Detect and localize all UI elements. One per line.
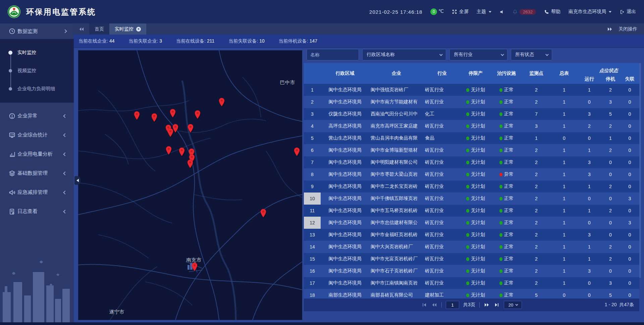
logout-button[interactable]: 退出 [620,9,636,15]
prev-page-button[interactable] [431,302,437,308]
pagination-bar: 共3页 20 1 - 20 共47条 [304,299,639,311]
map-pin-icon[interactable] [172,124,179,133]
table-row[interactable]: 10阆中生态环境局阆中千佛镇五郎垭页岩砖瓦行业无计划正常21003 [304,193,639,205]
close-operations-dropdown[interactable]: 关闭操作 [619,26,637,32]
map-pin-icon[interactable] [165,146,172,155]
cell-company[interactable]: 阆中大兴页岩机砖厂 [369,241,424,253]
sidebar-subitem[interactable]: 企业电力负荷明细 [0,80,74,98]
status-filter-select[interactable]: 所有状态 [511,49,552,60]
column-header[interactable]: 监测点 [522,63,550,84]
tab-realtime-monitor[interactable]: 实时监控 × [109,23,146,35]
table-row[interactable]: 14阆中生态环境局阆中大兴页岩机砖厂砖瓦行业无计划正常21120 [304,241,639,253]
table-row[interactable]: 7阆中生态环境局阆中明阳建材有限公司砖瓦行业无计划正常21300 [304,156,639,168]
region-filter-select[interactable]: 行政区域名称 [362,49,446,60]
sidebar-item[interactable]: 日志查看 [0,202,74,221]
table-row[interactable]: 5营山生态环境局营山县润丰肉食品有限食品无计划正常10010 [304,132,639,144]
cell-company[interactable]: 阆中市忠信建材有限公 [369,217,424,229]
fullscreen-button[interactable]: 全屏 [452,9,469,15]
column-header[interactable]: 企业 [369,63,424,84]
cell-company[interactable]: 阆中市金博瑞新型墙材 [369,144,424,156]
map-pin-icon[interactable] [187,159,194,168]
map-pin-icon[interactable] [293,147,300,156]
column-header[interactable]: 总表 [550,63,578,84]
column-subheader[interactable]: 运行 [578,74,601,84]
cell-company[interactable]: 西南油气田分公司川中 [369,108,424,120]
sidebar-item[interactable]: 企业用电量分析 [0,145,74,164]
map-pin-icon[interactable] [218,98,225,107]
sound-button[interactable] [499,9,504,14]
table-row[interactable]: 4高坪生态环境局南充市高坪区王家店建砖瓦行业无计划正常31220 [304,120,639,132]
cell-company[interactable]: 阆中市五马桥页岩机砖 [369,205,424,217]
name-filter-input[interactable] [307,49,359,60]
sidebar-subitem[interactable]: 实时监控 [0,44,74,62]
sidebar-item[interactable]: 企业综合统计 [0,125,74,145]
cell-district: 阆中生态环境局 [321,241,369,253]
sidebar-item[interactable]: 数据监测 [0,23,74,39]
column-subheader[interactable]: 停机 [601,74,620,84]
bottom-border [0,322,644,325]
table-row[interactable]: 13阆中生态环境局阆中市金福旺页岩机砖砖瓦行业无计划正常21300 [304,229,639,241]
cell-company[interactable]: 阆中市江南镇阆南页岩 [369,277,424,289]
table-row[interactable]: 1阆中生态环境局阆中强锐页岩砖厂砖瓦行业无计划正常21120 [304,84,639,96]
cell-company[interactable]: 阆中市金福旺页岩机砖 [369,229,424,241]
map-pin-icon[interactable] [260,209,267,218]
table-row[interactable]: 6阆中生态环境局阆中市金博瑞新型墙材砖瓦行业无计划正常21120 [304,144,639,156]
industry-filter-select[interactable]: 所有行业 [449,49,507,60]
cell-company[interactable]: 阆中市石子页岩机砖厂 [369,265,424,277]
column-header[interactable]: 停限产 [461,63,491,84]
cell-company[interactable]: 阆中市南方节能建材有 [369,96,424,108]
sidebar-item[interactable]: 企业异常 [0,106,74,125]
first-page-button[interactable] [421,302,427,308]
cell-company[interactable]: 阆中市二龙长宝页岩砖 [369,180,424,193]
map-pin-icon[interactable] [178,147,185,156]
table-row[interactable]: 12阆中生态环境局阆中市忠信建材有限公砖瓦行业无计划正常21003 [304,217,639,229]
table-row[interactable]: 2阆中生态环境局阆中市南方节能建材有砖瓦行业无计划正常21030 [304,96,639,108]
column-header[interactable]: 行政区域 [321,63,369,84]
tabs-scroll-left-button[interactable] [74,23,89,35]
sidebar-item[interactable]: 应急减排管理 [0,183,74,202]
table-row[interactable]: 15阆中生态环境局阆中市光富页岩机砖厂砖瓦行业无计划正常21120 [304,253,639,265]
cell-company[interactable]: 南部县砖瓦有限公司 [369,289,424,299]
column-header[interactable] [304,63,321,84]
cell-company[interactable]: 营山县润丰肉食品有限 [369,132,424,144]
map-pin-icon[interactable] [169,109,176,118]
cell-company[interactable]: 阆中千佛镇五郎垭页岩 [369,193,424,205]
table-row[interactable]: 18南部生态环境局南部县砖瓦有限公司建材加工无计划正常50050 [304,289,639,299]
cell-company[interactable]: 阆中市枣碧大梁山页岩 [369,168,424,180]
column-header[interactable]: 治污设施 [491,63,522,84]
table-scrollbar[interactable] [639,63,641,278]
status-ok-dot-icon [466,209,469,213]
table-row[interactable]: 17阆中生态环境局阆中市江南镇阆南页岩砖瓦行业无计划正常21030 [304,277,639,289]
table-row[interactable]: 16阆中生态环境局阆中市石子页岩机砖厂砖瓦行业无计划正常21300 [304,265,639,277]
theme-dropdown[interactable]: 主题 [477,9,491,15]
table-row[interactable]: 11阆中生态环境局阆中市五马桥页岩机砖砖瓦行业无计划正常21120 [304,205,639,217]
sidebar-item[interactable]: 基础数据管理 [0,164,74,183]
cell-company[interactable]: 阆中市光富页岩机砖厂 [369,253,424,265]
help-button[interactable]: 帮助 [544,9,560,15]
last-page-button[interactable] [494,302,500,308]
double-chevron-right-icon[interactable] [607,27,612,32]
column-header[interactable]: 行业 [424,63,461,84]
map-pin-icon[interactable] [187,124,194,133]
map-pin-icon[interactable] [151,113,158,122]
table-row[interactable]: 8阆中生态环境局阆中市枣碧大梁山页岩砖瓦行业无计划异常21300 [304,168,639,180]
column-subheader[interactable]: 失联 [620,74,639,84]
org-dropdown[interactable]: 南充市生态环境局 [569,9,611,15]
map-panel[interactable]: 巴中市南充市遂宁市 [78,50,302,320]
map-pin-icon[interactable] [133,111,140,120]
table-row[interactable]: 9阆中生态环境局阆中市二龙长宝页岩砖砖瓦行业无计划正常21120 [304,180,639,193]
sidebar-subitem[interactable]: 视频监控 [0,62,74,80]
map-pin-icon[interactable] [194,110,201,119]
cell-company[interactable]: 南充市高坪区王家店建 [369,120,424,132]
notifications[interactable]: 2632 [513,9,536,15]
cell-company[interactable]: 阆中明阳建材有限公司 [369,156,424,168]
cell-company[interactable]: 阆中强锐页岩砖厂 [369,84,424,96]
map-pin-icon[interactable] [191,262,198,271]
page-number-input[interactable] [446,301,459,309]
tab-home[interactable]: 首页 [89,23,109,35]
close-tab-icon[interactable]: × [136,27,141,32]
page-size-select[interactable]: 20 [504,301,522,309]
table-row[interactable]: 3仪陇生态环境局西南油气田分公司川中化工无计划正常71350 [304,108,639,120]
collapse-map-button[interactable] [74,176,80,185]
next-page-button[interactable] [484,302,490,308]
